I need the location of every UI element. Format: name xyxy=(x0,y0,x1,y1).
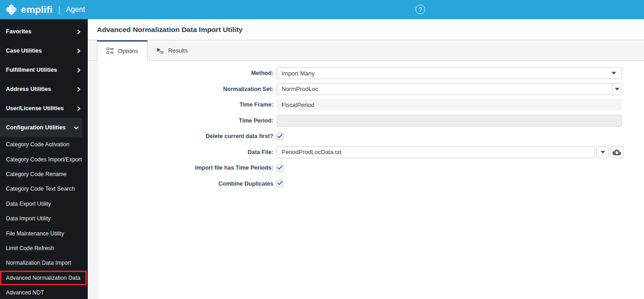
method-select[interactable]: Import Many xyxy=(277,67,622,79)
data-file-row: Data File: PeriodProdLocData.txt xyxy=(97,146,644,158)
chevron-right-icon xyxy=(76,68,81,73)
title-band: Advanced Normalization Data Import Utili… xyxy=(88,19,644,40)
brand-name: emplifi xyxy=(21,4,53,15)
sidebar-subitem-label: Limit Code Refresh xyxy=(6,245,54,251)
chevron-right-icon xyxy=(76,87,81,92)
normalization-set-dropdown-button[interactable] xyxy=(612,84,622,95)
sidebar-item-label: Configuration Utilities xyxy=(6,124,66,131)
options-form: Method: Import Many Normalization Set: N… xyxy=(97,61,644,299)
chevron-right-icon xyxy=(76,106,81,111)
data-file-upload-button[interactable] xyxy=(610,146,623,158)
left-gutter xyxy=(88,61,97,299)
sidebar-item-configuration-utilities[interactable]: Configuration Utilities xyxy=(0,118,82,137)
sidebar-item-category-code-activation[interactable]: Category Code Activation xyxy=(0,137,88,152)
sidebar-item-case-utilities[interactable]: Case Utilities xyxy=(0,41,88,60)
time-period-row: Time Period: xyxy=(97,115,644,127)
time-period-label: Time Period: xyxy=(97,117,273,124)
import-periods-row: Import file has Time Periods: xyxy=(97,162,644,174)
sidebar-item-data-import-utility[interactable]: Data Import Utility xyxy=(0,211,88,226)
sidebar-item-label: Case Utilities xyxy=(6,48,42,54)
product-name: Agent xyxy=(66,5,85,14)
data-file-label: Data File: xyxy=(97,149,273,155)
checkmark-icon xyxy=(277,180,283,186)
sidebar-subitem-label: Category Code Text Search xyxy=(6,186,75,192)
help-icon[interactable]: ? xyxy=(415,5,425,14)
time-frame-label: Time Frame: xyxy=(97,101,273,108)
tab-content: Method: Import Many Normalization Set: N… xyxy=(88,61,644,299)
cloud-upload-icon xyxy=(612,149,621,155)
dropdown-caret-icon xyxy=(615,88,619,91)
method-row: Method: Import Many xyxy=(97,67,644,79)
main-area: Advanced Normalization Data Import Utili… xyxy=(88,19,644,299)
chevron-down-icon xyxy=(74,125,79,130)
results-run-icon xyxy=(157,47,164,54)
data-file-value: PeriodProdLocData.txt xyxy=(282,149,341,155)
sidebar-subitem-label: Data Export Utility xyxy=(6,201,51,207)
checkmark-icon xyxy=(277,165,283,171)
sidebar-item-file-maintenance-utility[interactable]: File Maintenance Utility xyxy=(0,226,88,240)
brand-separator: | xyxy=(58,5,60,15)
help-glyph: ? xyxy=(419,6,422,13)
sidebar-item-label: Favorites xyxy=(6,28,32,35)
sidebar-item-label: Address Utilities xyxy=(6,86,51,92)
time-frame-row: Time Frame: FiscalPeriod xyxy=(97,99,644,111)
time-period-field xyxy=(277,115,622,127)
dropdown-caret-icon xyxy=(601,151,605,154)
delete-first-checkbox[interactable] xyxy=(277,133,283,140)
sidebar-item-user-license-utilities[interactable]: User/License Utilities xyxy=(0,99,88,118)
sidebar-subitem-label: File Maintenance Utility xyxy=(6,230,64,237)
checkmark-icon xyxy=(277,133,283,139)
chevron-right-icon xyxy=(76,29,81,34)
sidebar-subitem-label: Normalization Data Import xyxy=(6,260,71,266)
method-value: Import Many xyxy=(282,70,314,77)
page-title: Advanced Normalization Data Import Utili… xyxy=(97,26,243,34)
time-frame-field: FiscalPeriod xyxy=(277,99,622,111)
data-file-dropdown-button[interactable] xyxy=(596,146,609,158)
sidebar-item-address-utilities[interactable]: Address Utilities xyxy=(0,80,88,99)
sidebar-item-category-code-text-search[interactable]: Category Code Text Search xyxy=(0,182,88,196)
sidebar-item-limit-code-refresh[interactable]: Limit Code Refresh xyxy=(0,241,88,256)
delete-first-label: Delete current data first? xyxy=(97,133,273,139)
normalization-set-label: Normalization Set: xyxy=(97,86,273,92)
time-frame-value: FiscalPeriod xyxy=(282,101,314,108)
normalization-set-row: Normalization Set: NormProdLoc xyxy=(97,83,644,95)
sidebar-subitem-label: Category Code Activation xyxy=(6,141,69,148)
tab-options-label: Options xyxy=(118,48,138,54)
dropdown-caret-icon xyxy=(612,72,616,75)
tab-options[interactable]: Options xyxy=(97,40,148,61)
sidebar-subitem-label: Category Codes Import/Export xyxy=(6,156,82,163)
combine-duplicates-checkbox[interactable] xyxy=(277,180,283,187)
options-list-icon xyxy=(106,48,114,54)
tab-results[interactable]: Results xyxy=(148,40,197,60)
sidebar-item-category-codes-import-export[interactable]: Category Codes Import/Export xyxy=(0,152,88,166)
brand-logo: emplifi | Agent xyxy=(5,4,85,16)
import-periods-label: Import file has Time Periods: xyxy=(97,165,273,171)
combine-duplicates-row: Combine Duplicates xyxy=(97,178,644,190)
normalization-set-combo: NormProdLoc xyxy=(277,83,622,95)
sidebar-item-label: Fulfillment Utilities xyxy=(6,67,57,73)
sidebar-subitem-label: Advanced Normalization Data xyxy=(6,275,80,281)
sidebar-item-fulfillment-utilities[interactable]: Fulfillment Utilities xyxy=(0,60,88,80)
sidebar-subitem-label: Advanced NDT xyxy=(6,289,44,296)
sidebar-item-favorites[interactable]: Favorites xyxy=(0,22,88,41)
sidebar-subitem-label: Data Import Utility xyxy=(6,215,51,222)
sidebar-item-advanced-ndt[interactable]: Advanced NDT xyxy=(0,285,88,299)
sidebar-item-normalization-data-import[interactable]: Normalization Data Import xyxy=(0,256,88,270)
chevron-right-icon xyxy=(76,48,81,53)
sidebar: Favorites Case Utilities Fulfillment Uti… xyxy=(0,19,88,299)
topbar: emplifi | Agent ? xyxy=(0,0,644,19)
sidebar-item-advanced-normalization-data-import[interactable]: Advanced Normalization Data xyxy=(0,271,87,285)
delete-first-row: Delete current data first? xyxy=(97,130,644,142)
sidebar-item-label: User/License Utilities xyxy=(6,105,64,112)
sidebar-item-data-export-utility[interactable]: Data Export Utility xyxy=(0,197,88,211)
combine-duplicates-label: Combine Duplicates xyxy=(97,181,273,187)
tab-results-label: Results xyxy=(168,47,188,54)
import-periods-checkbox[interactable] xyxy=(277,165,283,171)
normalization-set-input[interactable]: NormProdLoc xyxy=(277,84,612,95)
method-label: Method: xyxy=(97,70,273,76)
data-file-input[interactable]: PeriodProdLocData.txt xyxy=(277,146,595,158)
sidebar-subitem-label: Category Code Rename xyxy=(6,171,67,177)
sidebar-item-category-code-rename[interactable]: Category Code Rename xyxy=(0,167,88,182)
tab-strip: Options Results xyxy=(88,40,644,61)
emplifi-flower-icon xyxy=(5,4,17,16)
